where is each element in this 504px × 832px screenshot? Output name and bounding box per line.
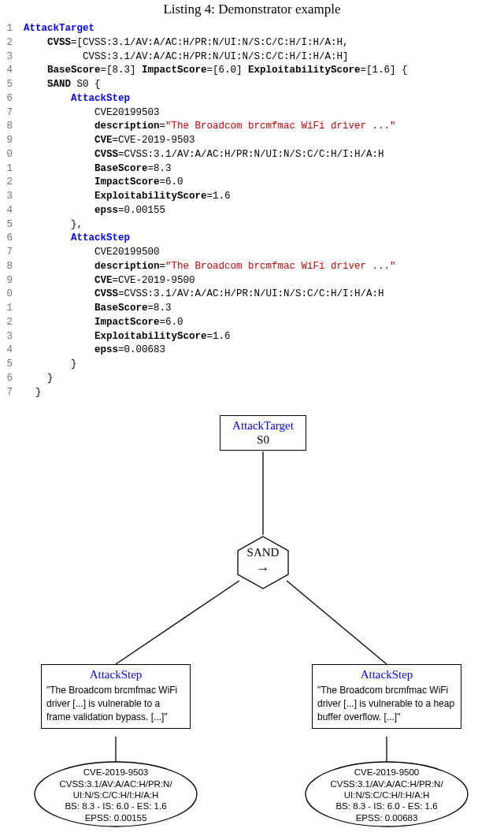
code-content: BaseScore=8.3 bbox=[24, 302, 172, 316]
code-line: 6 AttackStep bbox=[3, 92, 501, 106]
code-line: 1AttackTarget bbox=[3, 22, 501, 36]
sand-gate-arrow-icon: → bbox=[235, 562, 291, 575]
code-content: CVSS=CVSS:3.1/AV:A/AC:H/PR:N/UI:N/S:C/C:… bbox=[24, 288, 384, 302]
code-line: 4 epss=0.00683 bbox=[3, 344, 501, 358]
code-line: 3 ExploitabilityScore=1.6 bbox=[3, 330, 501, 344]
code-content: ImpactScore=6.0 bbox=[24, 316, 183, 330]
code-line: 8 description="The Broadcom brcmfmac WiF… bbox=[3, 260, 501, 274]
code-content: ExploitabilityScore=1.6 bbox=[24, 190, 231, 204]
page: Listing 4: Demonstrator example 1AttackT… bbox=[0, 2, 504, 832]
code-line: 5 SAND S0 { bbox=[3, 78, 501, 92]
line-number: 3 bbox=[3, 190, 13, 204]
line-number: 3 bbox=[3, 330, 13, 344]
attack-tree-diagram: AttackTarget S0 SAND → AttackStep "The B… bbox=[3, 410, 504, 832]
line-number: 5 bbox=[3, 358, 13, 372]
attack-step-left-body: "The Broadcom brcmfmac WiFi driver [...]… bbox=[46, 685, 177, 722]
code-line: 7 CVE20199503 bbox=[3, 106, 501, 121]
code-line: 4 BaseScore=[8.3] ImpactScore=[6.0] Expl… bbox=[3, 64, 501, 78]
sand-gate-label: SAND bbox=[235, 546, 291, 559]
code-content: } bbox=[24, 386, 42, 400]
line-number: 7 bbox=[3, 246, 13, 260]
listing-caption: Listing 4: Demonstrator example bbox=[3, 2, 501, 17]
line-number: 9 bbox=[3, 134, 13, 148]
code-line: 0 CVSS=CVSS:3.1/AV:A/AC:H/PR:N/UI:N/S:C/… bbox=[3, 288, 501, 302]
code-line: 7 } bbox=[3, 386, 501, 400]
sand-gate-node: SAND → bbox=[235, 535, 291, 590]
attack-step-right-body: "The Broadcom brcmfmac WiFi driver [...]… bbox=[317, 685, 454, 722]
code-line: 5 }, bbox=[3, 218, 501, 232]
code-content: CVE=CVE-2019-9503 bbox=[24, 134, 195, 148]
oval-right-l5: EPSS: 0.00683 bbox=[304, 812, 469, 823]
code-listing: 1AttackTarget2 CVSS=[CVSS:3.1/AV:A/AC:H/… bbox=[3, 22, 501, 399]
code-content: CVSS=[CVSS:3.1/AV:A/AC:H/PR:N/UI:N/S:C/C… bbox=[24, 36, 349, 50]
line-number: 6 bbox=[3, 92, 13, 106]
code-content: description="The Broadcom brcmfmac WiFi … bbox=[24, 260, 396, 274]
line-number: 4 bbox=[3, 344, 13, 358]
attack-step-right: AttackStep "The Broadcom brcmfmac WiFi d… bbox=[312, 664, 461, 729]
code-content: ExploitabilityScore=1.6 bbox=[24, 330, 231, 344]
line-number: 1 bbox=[3, 162, 13, 176]
attack-target-title: AttackTarget bbox=[227, 419, 299, 433]
code-content: CVE20199503 bbox=[24, 106, 160, 121]
line-number: 4 bbox=[3, 64, 13, 78]
oval-left-l2: CVSS:3.1/AV:A/AC:H/PR:N/ bbox=[33, 778, 198, 789]
code-line: 0 CVSS=CVSS:3.1/AV:A/AC:H/PR:N/UI:N/S:C/… bbox=[3, 148, 501, 162]
oval-right-l1: CVE-2019-9500 bbox=[304, 767, 469, 778]
code-content: description="The Broadcom brcmfmac WiFi … bbox=[24, 120, 396, 134]
oval-left-l1: CVE-2019-9503 bbox=[33, 767, 198, 778]
oval-right-l4: BS: 8.3 - IS: 6.0 - ES: 1.6 bbox=[304, 800, 469, 812]
line-number: 1 bbox=[3, 302, 13, 316]
attack-target-name: S0 bbox=[227, 433, 299, 447]
line-number: 6 bbox=[3, 372, 13, 386]
code-content: }, bbox=[24, 218, 83, 232]
code-content: CVSS:3.1/AV:A/AC:H/PR:N/UI:N/S:C/C:H/I:H… bbox=[24, 50, 349, 65]
oval-right-l3: UI:N/S:C/C:H/I:H/A:H bbox=[304, 789, 469, 800]
code-line: 1 BaseScore=8.3 bbox=[3, 162, 501, 176]
line-number: 0 bbox=[3, 288, 13, 302]
code-content: AttackStep bbox=[24, 232, 130, 246]
line-number: 7 bbox=[3, 386, 13, 400]
svg-line-1 bbox=[116, 581, 239, 664]
oval-right-l2: CVSS:3.1/AV:A/AC:H/PR:N/ bbox=[304, 778, 469, 789]
svg-line-2 bbox=[287, 581, 387, 664]
code-content: BaseScore=[8.3] ImpactScore=[6.0] Exploi… bbox=[24, 64, 408, 78]
code-line: 9 CVE=CVE-2019-9503 bbox=[3, 134, 501, 148]
code-line: 2 ImpactScore=6.0 bbox=[3, 316, 501, 330]
code-content: epss=0.00683 bbox=[24, 344, 165, 358]
attack-step-left-title: AttackStep bbox=[46, 668, 185, 682]
line-number: 5 bbox=[3, 78, 13, 92]
code-content: BaseScore=8.3 bbox=[24, 162, 172, 176]
line-number: 6 bbox=[3, 232, 13, 246]
line-number: 9 bbox=[3, 274, 13, 288]
line-number: 8 bbox=[3, 260, 13, 274]
code-line: 7 CVE20199500 bbox=[3, 246, 501, 260]
code-content: } bbox=[24, 358, 77, 372]
code-content: CVE20199500 bbox=[24, 246, 160, 260]
attack-target-node: AttackTarget S0 bbox=[220, 415, 306, 451]
oval-left-l5: EPSS: 0.00155 bbox=[33, 812, 198, 823]
line-number: 5 bbox=[3, 218, 13, 232]
code-content: AttackStep bbox=[24, 92, 130, 106]
code-line: 1 BaseScore=8.3 bbox=[3, 302, 501, 316]
attack-step-right-title: AttackStep bbox=[317, 668, 456, 682]
code-content: epss=0.00155 bbox=[24, 204, 165, 218]
code-content: } bbox=[24, 372, 54, 386]
line-number: 2 bbox=[3, 176, 13, 190]
line-number: 2 bbox=[3, 316, 13, 330]
code-line: 9 CVE=CVE-2019-9500 bbox=[3, 274, 501, 288]
code-content: CVSS=CVSS:3.1/AV:A/AC:H/PR:N/UI:N/S:C/C:… bbox=[24, 148, 384, 162]
line-number: 2 bbox=[3, 36, 13, 50]
code-line: 3 ExploitabilityScore=1.6 bbox=[3, 190, 501, 204]
line-number: 3 bbox=[3, 50, 13, 65]
line-number: 4 bbox=[3, 204, 13, 218]
code-content: CVE=CVE-2019-9500 bbox=[24, 274, 195, 288]
code-line: 8 description="The Broadcom brcmfmac WiF… bbox=[3, 120, 501, 134]
code-content: AttackTarget bbox=[24, 22, 94, 36]
code-content: SAND S0 { bbox=[24, 78, 101, 92]
line-number: 0 bbox=[3, 148, 13, 162]
code-content: ImpactScore=6.0 bbox=[24, 176, 183, 190]
code-line: 6 AttackStep bbox=[3, 232, 501, 246]
oval-left-l4: BS: 8.3 - IS: 6.0 - ES: 1.6 bbox=[33, 800, 198, 812]
cve-detail-left: CVE-2019-9503 CVSS:3.1/AV:A/AC:H/PR:N/ U… bbox=[33, 760, 198, 828]
code-line: 2 CVSS=[CVSS:3.1/AV:A/AC:H/PR:N/UI:N/S:C… bbox=[3, 36, 501, 50]
